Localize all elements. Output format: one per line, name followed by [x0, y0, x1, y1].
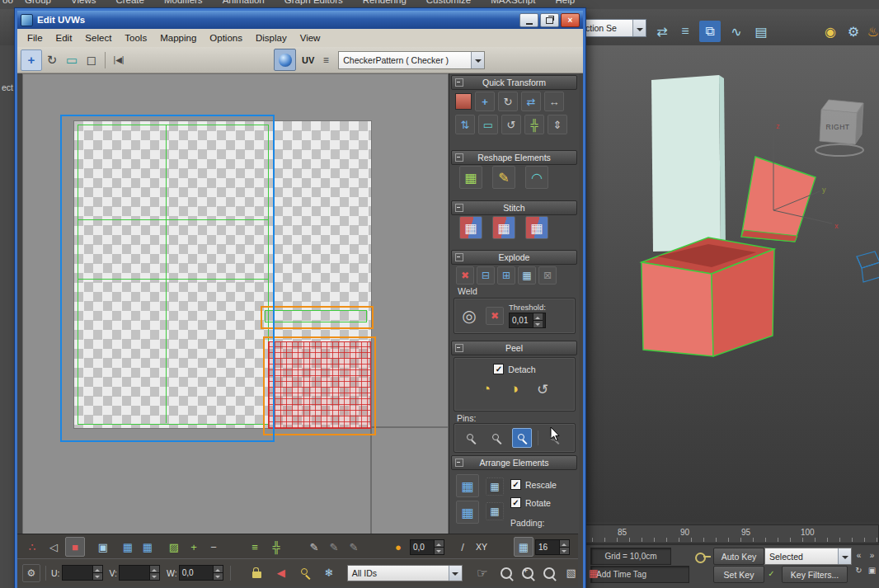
space-horizontal-icon[interactable]: ↔ [544, 92, 564, 111]
render-production-icon[interactable]: ♨ [863, 21, 879, 42]
flatten-custom-icon[interactable]: ⊠ [538, 266, 557, 285]
spin-up-icon[interactable] [93, 566, 102, 572]
spin-up-icon[interactable] [534, 313, 543, 320]
show-map-button[interactable] [274, 49, 296, 71]
edge-loop-icon[interactable]: ≡ [245, 537, 265, 557]
select-face-icon[interactable]: ■ [65, 537, 85, 557]
rotate-ccw-icon[interactable]: ↺ [501, 115, 521, 134]
detach-edge-icon[interactable]: ⊟ [477, 266, 495, 285]
texture-cube-icon[interactable]: ▧ [562, 563, 581, 583]
titlebar[interactable]: Edit UVWs × [17, 11, 583, 29]
pack-region-icon[interactable]: ▦ [486, 477, 504, 496]
v-spinner[interactable] [119, 565, 160, 581]
dropdown-arrow-icon[interactable] [632, 20, 646, 36]
mirror-icon[interactable]: ⇄ [651, 21, 673, 42]
spin-down-icon[interactable] [93, 572, 102, 580]
dropdown-arrow-icon[interactable] [449, 566, 462, 581]
rotate-checkbox[interactable]: ✓ Rotate [510, 497, 551, 508]
paint-erase-icon[interactable]: ✎ [344, 537, 364, 557]
u-spinner[interactable] [62, 565, 103, 581]
uvw-box-object[interactable] [642, 238, 774, 356]
maximize-viewport-icon[interactable]: ▣ [866, 564, 878, 576]
menu-group[interactable]: Group [25, 0, 51, 5]
menu-graph-editors[interactable]: Graph Editors [284, 0, 343, 5]
menu-display[interactable]: Display [249, 31, 294, 45]
collapse-icon[interactable] [455, 153, 463, 162]
spin-up-icon[interactable] [150, 566, 159, 572]
named-selection-sets-dropdown[interactable]: ction Se [582, 19, 646, 37]
align-vertical-icon[interactable]: ⇅ [455, 115, 475, 134]
wireframe-helper-object[interactable] [857, 252, 879, 282]
uv-channel-icon[interactable]: ≡ [318, 50, 333, 70]
scale-tool-icon[interactable]: ▭ [62, 50, 82, 70]
timeline-track[interactable]: 85 90 95 100 [579, 524, 879, 543]
rollout-quick-transform[interactable]: Quick Transform [451, 75, 577, 90]
selected-faces-shell[interactable] [268, 341, 371, 429]
red-arrow-icon[interactable]: ◀ [271, 563, 291, 583]
menu-create[interactable]: Create [115, 0, 144, 5]
curve-editor-icon[interactable]: ∿ [726, 21, 747, 42]
menu-rendering[interactable]: Rendering [363, 0, 407, 5]
display-window-icon[interactable]: ▣ [93, 537, 113, 557]
menu-view[interactable]: View [294, 31, 327, 45]
pack-custom-icon[interactable]: ▦ [456, 501, 479, 524]
brush-size-spinner[interactable]: 0,0 [410, 539, 444, 555]
relax-arc-icon[interactable]: ◠ [525, 166, 548, 189]
align-horizontal-icon[interactable]: ⇄ [521, 92, 541, 111]
set-key-button[interactable]: Set Key [713, 566, 764, 583]
stitch-custom-icon[interactable]: ▦ [459, 216, 482, 239]
auto-key-button[interactable]: Auto Key [713, 548, 764, 565]
uv-editor-canvas[interactable] [22, 73, 449, 535]
pattern-b-icon[interactable]: ▦ [138, 537, 157, 557]
move-h-icon[interactable]: + [475, 92, 495, 111]
menu-edit[interactable]: Edit [49, 31, 79, 45]
rollout-reshape-elements[interactable]: Reshape Elements [451, 150, 577, 165]
align-icon[interactable]: ≡ [675, 21, 696, 42]
grid-size-spinner[interactable]: 16 [535, 539, 570, 555]
viewcube-face-label[interactable]: RIGHT [826, 123, 850, 131]
flatten-by-group-icon[interactable]: ⊞ [497, 266, 515, 285]
menu-tools[interactable]: Tools [118, 31, 153, 45]
restore-button[interactable] [540, 13, 559, 27]
pin-selected-icon[interactable] [512, 428, 532, 448]
texture-dropdown[interactable]: CheckerPattern ( Checker ) [338, 51, 485, 69]
paint-select-icon[interactable]: ✎ [304, 537, 324, 557]
spin-up-icon[interactable] [214, 566, 223, 572]
mirror-tool-icon[interactable]: |◀| [109, 50, 129, 70]
pan-hand-icon[interactable]: ☞ [472, 563, 492, 583]
dropdown-arrow-icon[interactable] [471, 52, 484, 68]
next-frame-icon[interactable]: » [866, 549, 878, 562]
menu-customize[interactable]: Customize [426, 0, 471, 5]
dropdown-arrow-icon[interactable] [838, 548, 851, 564]
rotate-tool-icon[interactable]: ↻ [42, 50, 62, 70]
menu-select[interactable]: Select [78, 31, 118, 45]
break-icon[interactable]: ✖ [456, 266, 474, 285]
schematic-view-icon[interactable]: ▤ [750, 21, 772, 42]
menu-animation[interactable]: Animation [223, 0, 265, 5]
collapse-icon[interactable] [455, 344, 463, 352]
uvw-box-lid[interactable] [741, 157, 816, 242]
pin-tool-icon[interactable] [461, 428, 481, 448]
selection-set-combo[interactable]: Selected [764, 548, 852, 565]
threshold-spinner[interactable]: 0,01 [509, 313, 546, 328]
grid-red-icon[interactable]: ▦ [585, 564, 603, 582]
pin-multi-icon[interactable] [487, 428, 506, 448]
spin-down-icon[interactable] [150, 572, 159, 580]
relax-grid-icon[interactable]: ▦ [459, 166, 482, 189]
menu-modifiers[interactable]: Modifiers [164, 0, 203, 5]
id-filter-dropdown[interactable]: All IDs [347, 565, 463, 581]
spin-down-icon[interactable] [560, 547, 569, 554]
time-slider[interactable]: 85 90 95 100 [577, 522, 879, 544]
minimize-button[interactable] [519, 13, 538, 27]
collapse-icon[interactable] [455, 459, 463, 467]
flatten-by-id-icon[interactable]: ▦ [518, 266, 536, 285]
stitch-target-icon[interactable]: ▦ [525, 216, 548, 239]
peel-mode-icon[interactable]: ◑ [505, 379, 524, 399]
pattern-a-icon[interactable]: ▦ [118, 537, 138, 557]
spin-down-icon[interactable] [435, 547, 444, 554]
lock-selection-icon[interactable] [252, 572, 261, 578]
pack-normalize-icon[interactable]: ▦ [456, 474, 479, 497]
menu-maxscript[interactable]: MAXScript [491, 0, 535, 5]
edge-ring-icon[interactable]: ╬ [266, 537, 286, 557]
orbit-icon[interactable]: ↻ [853, 564, 865, 576]
